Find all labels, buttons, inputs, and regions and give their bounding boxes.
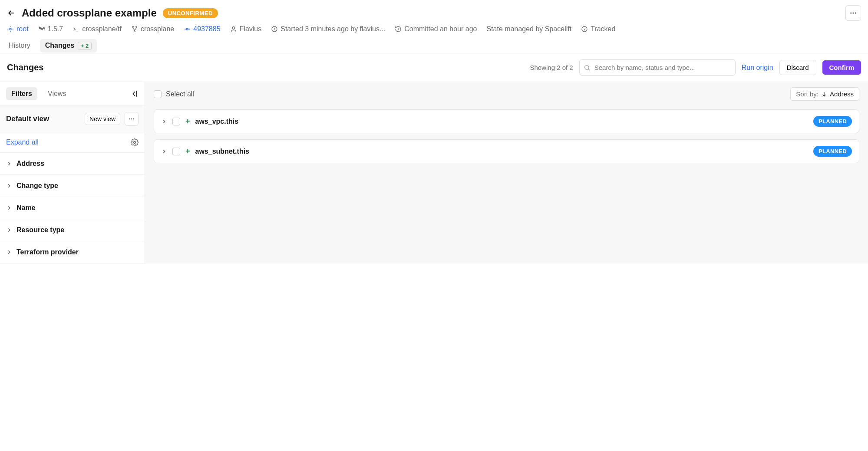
svg-point-13 <box>131 119 132 120</box>
sidebar-tab-filters[interactable]: Filters <box>6 87 37 100</box>
svg-point-7 <box>186 28 188 30</box>
committed-meta: Committed an hour ago <box>395 25 477 33</box>
view-title: Default view <box>6 115 49 123</box>
filter-item-name[interactable]: Name <box>0 197 145 219</box>
committed-label: Committed an hour ago <box>404 25 477 33</box>
svg-point-1 <box>853 13 854 14</box>
terminal-icon <box>73 26 79 33</box>
version-meta: 1.5.7 <box>38 25 63 33</box>
svg-point-11 <box>584 65 588 69</box>
target-icon <box>7 26 14 33</box>
tab-history[interactable]: History <box>7 38 32 53</box>
expand-resource-icon[interactable] <box>161 119 167 125</box>
filter-item-resource-type[interactable]: Resource type <box>0 219 145 241</box>
tracked-meta: Tracked <box>581 25 615 33</box>
changes-count-badge: +2 <box>78 42 92 50</box>
root-link[interactable]: root <box>7 25 29 33</box>
filter-item-address[interactable]: Address <box>0 153 145 175</box>
svg-point-6 <box>134 31 135 32</box>
resource-checkbox[interactable] <box>172 148 180 155</box>
chevron-right-icon <box>6 161 12 167</box>
svg-point-5 <box>136 26 137 27</box>
user-label: Flavius <box>240 25 262 33</box>
status-badge: UNCONFIRMED <box>163 8 218 18</box>
filter-label: Terraform provider <box>17 248 79 256</box>
filter-label: Name <box>17 204 36 212</box>
gear-icon[interactable] <box>131 138 139 146</box>
expand-resource-icon[interactable] <box>161 148 167 155</box>
svg-point-4 <box>132 26 134 27</box>
filter-item-terraform-provider[interactable]: Terraform provider <box>0 241 145 263</box>
tracked-label: Tracked <box>591 25 615 33</box>
sort-arrow-icon <box>821 91 827 97</box>
svg-point-12 <box>129 119 130 120</box>
add-icon: + <box>185 117 190 126</box>
branch-meta: crossplane <box>131 25 174 33</box>
resource-status-badge: PLANNED <box>813 116 852 127</box>
commit-link[interactable]: 4937885 <box>184 25 220 33</box>
tab-changes[interactable]: Changes +2 <box>40 39 97 53</box>
resource-row[interactable]: +aws_vpc.thisPLANNED <box>154 109 859 133</box>
svg-point-15 <box>134 142 136 144</box>
run-origin-button[interactable]: Run origin <box>742 64 773 72</box>
svg-point-3 <box>10 28 11 30</box>
sort-value: Address <box>830 90 854 98</box>
page-title: Added crossplane example <box>22 7 157 19</box>
more-menu-button[interactable] <box>845 5 861 21</box>
back-arrow-icon[interactable] <box>7 9 16 17</box>
search-icon <box>584 64 591 71</box>
version-label: 1.5.7 <box>48 25 63 33</box>
terraform-icon <box>38 26 45 33</box>
branch-label: crossplane <box>141 25 174 33</box>
chevron-right-icon <box>6 183 12 189</box>
resource-name: aws_subnet.this <box>195 148 249 155</box>
user-meta: Flavius <box>230 25 262 33</box>
discard-button[interactable]: Discard <box>779 60 816 75</box>
sidebar-tab-views[interactable]: Views <box>43 87 71 100</box>
started-meta: Started 3 minutes ago by flavius... <box>271 25 385 33</box>
resource-name: aws_vpc.this <box>195 118 239 125</box>
showing-text: Showing 2 of 2 <box>530 64 573 71</box>
history-icon <box>395 26 402 33</box>
chevron-right-icon <box>6 227 12 233</box>
svg-point-2 <box>855 13 856 14</box>
resource-checkbox[interactable] <box>172 118 180 125</box>
chevron-right-icon <box>6 205 12 211</box>
commit-label: 4937885 <box>193 25 220 33</box>
search-input[interactable] <box>579 59 736 76</box>
root-label: root <box>17 25 29 33</box>
tab-changes-label: Changes <box>45 42 75 49</box>
svg-point-14 <box>133 119 134 120</box>
add-icon: + <box>185 147 190 156</box>
collapse-sidebar-icon[interactable] <box>130 89 139 98</box>
filter-item-change-type[interactable]: Change type <box>0 175 145 197</box>
changes-heading: Changes <box>7 63 43 72</box>
sort-label: Sort by: <box>796 90 818 98</box>
new-view-button[interactable]: New view <box>85 113 120 125</box>
branch-icon <box>131 26 138 33</box>
path-meta: crossplane/tf <box>73 25 122 33</box>
chevron-right-icon <box>6 249 12 255</box>
user-icon <box>230 26 237 33</box>
view-more-button[interactable] <box>125 112 139 126</box>
commit-icon <box>184 26 191 33</box>
filter-label: Address <box>17 160 44 168</box>
resource-status-badge: PLANNED <box>813 146 852 157</box>
clock-icon <box>271 26 278 33</box>
path-label: crossplane/tf <box>82 25 122 33</box>
sort-dropdown[interactable]: Sort by: Address <box>790 87 859 101</box>
svg-point-0 <box>850 13 851 14</box>
started-label: Started 3 minutes ago by flavius... <box>281 25 385 33</box>
filter-label: Change type <box>17 182 58 190</box>
confirm-button[interactable]: Confirm <box>822 60 861 75</box>
filter-label: Resource type <box>17 226 64 234</box>
state-label: State managed by Spacelift <box>486 25 571 33</box>
info-icon <box>581 26 588 33</box>
select-all-checkbox[interactable] <box>154 90 162 98</box>
select-all-label: Select all <box>166 90 194 98</box>
svg-point-8 <box>232 27 234 29</box>
expand-all-link[interactable]: Expand all <box>6 138 39 146</box>
resource-row[interactable]: +aws_subnet.thisPLANNED <box>154 139 859 163</box>
state-meta: State managed by Spacelift <box>486 25 571 33</box>
